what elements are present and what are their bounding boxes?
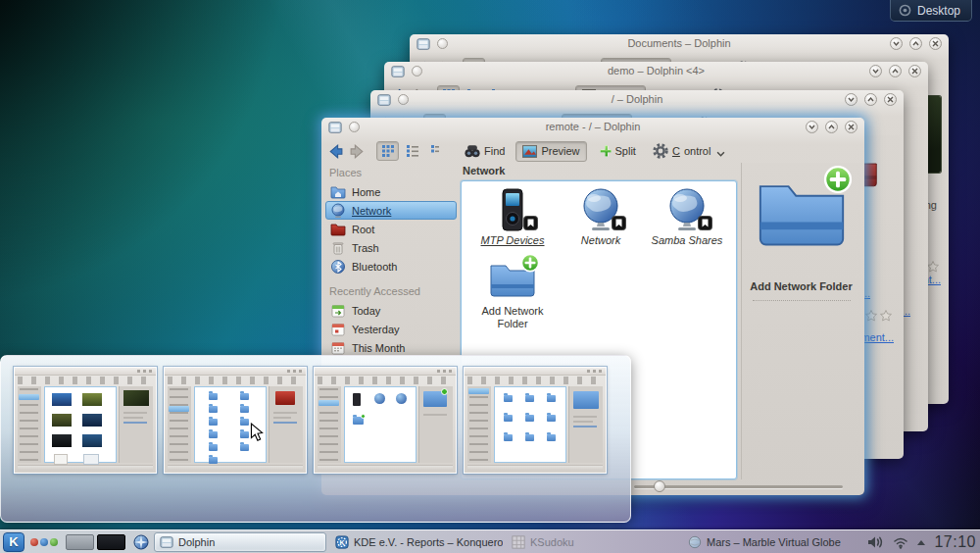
thumbnail-titlebar (315, 368, 456, 376)
bluetooth-icon (330, 259, 346, 275)
find-button[interactable]: Find (459, 141, 511, 161)
bookmark-emblem-icon (698, 216, 712, 230)
minimize-button[interactable] (806, 121, 818, 133)
minimize-button[interactable] (890, 37, 903, 50)
wifi-icon[interactable] (893, 536, 908, 549)
maximize-button[interactable] (909, 37, 922, 50)
panel-separator (753, 300, 851, 301)
thumbnail-sidebar (168, 386, 191, 463)
split-icon (598, 144, 612, 158)
minimize-button[interactable] (869, 65, 882, 77)
thumbnail-info-panel (119, 386, 153, 463)
window-thumbnail-remote[interactable] (314, 367, 457, 474)
thumbnail-view (344, 386, 416, 463)
view-header: Network (461, 163, 739, 176)
close-button[interactable] (929, 37, 942, 50)
back-icon[interactable] (327, 143, 344, 160)
places-header: Places (325, 165, 457, 182)
thumbnail-sidebar (318, 386, 341, 463)
titlebar[interactable]: remote - / – Dolphin (321, 118, 864, 137)
close-button[interactable] (884, 93, 897, 106)
comment-link[interactable]: ment... (860, 331, 894, 343)
activities-icon[interactable] (132, 533, 150, 551)
file-item-mtp-devices[interactable]: MTP Devices (469, 187, 556, 247)
add-emblem-icon (520, 253, 540, 273)
bookmark-emblem-icon (612, 216, 626, 230)
pager-desktop-2[interactable] (97, 534, 125, 550)
window-title: Documents – Dolphin (410, 37, 949, 49)
file-item-add-network-folder[interactable]: Add Network Folder (469, 258, 556, 329)
details-view-button[interactable] (401, 141, 423, 161)
titlebar[interactable]: demo – Dolphin <4> (384, 62, 928, 81)
system-tray: 17:10 (867, 530, 976, 553)
activity-dot-red[interactable] (30, 538, 38, 546)
pager-desktop-1[interactable] (66, 534, 94, 550)
sidebar-item-trash[interactable]: Trash (325, 238, 457, 257)
maximize-button[interactable] (889, 65, 902, 77)
task-button-konqueror[interactable]: K KDE e.V. - Reports – Konqueror (330, 532, 503, 552)
konqueror-icon: K (335, 535, 349, 549)
red-folder-icon (330, 222, 346, 237)
task-button-ksudoku[interactable]: KSudoku (507, 532, 679, 552)
activity-dot-blue[interactable] (40, 538, 48, 546)
thumbnail-toolbar (318, 377, 453, 384)
desktop-toolbox-button[interactable]: Desktop (890, 0, 972, 22)
sidebar-item-home[interactable]: Home (325, 182, 457, 201)
icons-view-button[interactable] (376, 141, 399, 161)
information-panel: Add Network Folder (741, 163, 860, 479)
thumbnail-info-panel (269, 386, 303, 463)
minimize-button[interactable] (845, 93, 858, 106)
rating-stars[interactable] (927, 261, 939, 273)
control-button[interactable]: Control (647, 140, 731, 162)
tray-expander-icon[interactable] (917, 540, 925, 545)
sidebar-item-root[interactable]: Root (325, 220, 457, 238)
rating-stars[interactable] (865, 310, 892, 322)
task-button-dolphin[interactable]: Dolphin (154, 532, 326, 552)
mouse-cursor (249, 423, 265, 442)
svg-text:K: K (339, 538, 344, 545)
sidebar-item-yesterday[interactable]: Yesterday (325, 320, 457, 338)
close-button[interactable] (908, 65, 921, 77)
dolphin-app-icon (160, 535, 173, 549)
sidebar-item-today[interactable]: Today (325, 301, 457, 320)
chevron-down-icon (716, 151, 725, 157)
maximize-button[interactable] (825, 121, 838, 133)
plasma-toolbox-icon (899, 4, 911, 17)
home-folder-icon (330, 184, 346, 200)
kde-menu-button[interactable]: K (3, 532, 24, 552)
thumbnail-titlebar (165, 368, 306, 376)
bookmark-emblem-icon (523, 216, 538, 230)
sidebar-item-network[interactable]: Network (325, 201, 457, 220)
gear-icon (653, 143, 668, 159)
close-button[interactable] (845, 121, 858, 133)
zoom-slider-handle[interactable] (654, 480, 665, 492)
trash-icon (330, 240, 346, 256)
file-item-network[interactable]: Network (558, 187, 644, 247)
volume-icon[interactable] (867, 535, 884, 549)
task-button-marble[interactable]: Mars – Marble Virtual Globe (683, 532, 856, 552)
preview-icon (522, 145, 537, 158)
preview-button[interactable]: Preview (515, 141, 586, 162)
thumbnail-statusbar (168, 465, 303, 471)
forward-icon[interactable] (349, 143, 366, 160)
window-thumbnail-root[interactable] (164, 367, 307, 474)
window-title: remote - / – Dolphin (321, 121, 864, 132)
thumbnail-toolbar (168, 377, 303, 384)
zoom-slider[interactable] (634, 485, 843, 488)
titlebar[interactable]: / – Dolphin (370, 90, 904, 110)
compact-view-button[interactable] (425, 141, 448, 161)
file-item-samba-shares[interactable]: Samba Shares (644, 187, 730, 247)
thumbnail-statusbar (18, 465, 153, 471)
sidebar-item-bluetooth[interactable]: Bluetooth (325, 257, 457, 276)
activity-dot-green[interactable] (50, 538, 58, 546)
window-thumbnail-documents[interactable] (14, 367, 157, 474)
quicklaunch-group (30, 538, 58, 546)
titlebar[interactable]: Documents – Dolphin (410, 34, 949, 54)
split-button[interactable]: Split (592, 141, 642, 161)
thumbnail-view (494, 386, 566, 463)
taskbar-panel: K Dolphin K KDE e.V. - Reports – Konquer… (0, 529, 980, 553)
maximize-button[interactable] (864, 93, 877, 106)
window-thumbnail-demo[interactable] (464, 367, 607, 474)
clock[interactable]: 17:10 (934, 533, 976, 551)
thumbnail-info-panel (418, 386, 453, 463)
